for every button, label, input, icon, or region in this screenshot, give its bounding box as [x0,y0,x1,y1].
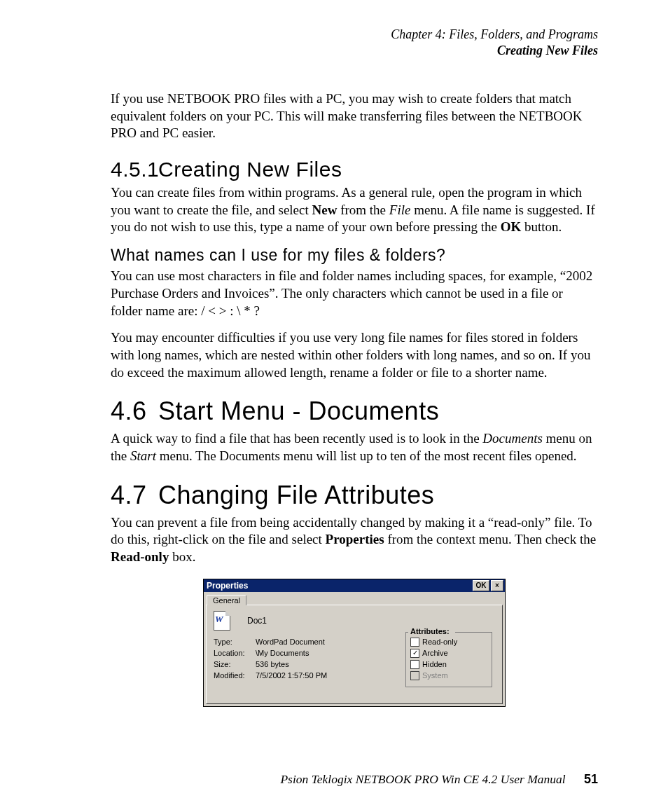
page-header: Chapter 4: Files, Folders, and Programs … [111,27,598,58]
checkbox-icon: ✓ [410,649,419,658]
properties-dialog: Properties OK × General W Doc1 Type:Word… [203,579,506,707]
checkbox-archive[interactable]: ✓Archive [410,649,487,658]
heading-4-7: 4.7Changing File Attributes [111,481,598,510]
heading-text: Creating New Files [158,158,342,181]
names-p1: You can use most characters in file and … [111,268,598,319]
heading-4-6: 4.6Start Menu - Documents [111,397,598,426]
heading-4-5-1: 4.5.1Creating New Files [111,158,598,181]
checkbox-system: System [410,671,487,680]
s47-paragraph: You can prevent a file from being accide… [111,514,598,566]
heading-names-question: What names can I use for my files & fold… [111,246,598,265]
checkbox-icon [410,671,419,680]
s46-paragraph: A quick way to find a file that has been… [111,430,598,465]
close-button[interactable]: × [491,580,503,591]
document-icon: W [214,611,230,631]
ok-button[interactable]: OK [473,580,489,591]
header-chapter: Chapter 4: Files, Folders, and Programs [111,27,598,43]
attributes-legend: Attributes: [409,627,451,635]
page-number: 51 [584,772,598,786]
header-section: Creating New Files [111,43,598,59]
checkbox-icon [410,660,419,669]
page-footer: Psion Teklogix NETBOOK PRO Win CE 4.2 Us… [280,772,598,787]
names-p2: You may encounter difficulties if you us… [111,329,598,381]
s451-paragraph: You can create files from within program… [111,184,598,236]
dialog-titlebar: Properties OK × [204,579,505,592]
footer-text: Psion Teklogix NETBOOK PRO Win CE 4.2 Us… [280,772,565,786]
checkbox-readonly[interactable]: Read-only [410,638,487,647]
dialog-title: Properties [207,579,473,592]
heading-number: 4.6 [111,397,158,426]
heading-text: Changing File Attributes [158,481,434,509]
heading-text: Start Menu - Documents [158,397,439,425]
attributes-group: Attributes: Read-only ✓Archive Hidden Sy… [405,632,492,687]
document-name: Doc1 [247,616,267,626]
checkbox-hidden[interactable]: Hidden [410,660,487,669]
checkbox-icon [410,638,419,647]
tab-panel: W Doc1 Type:WordPad Document Location:\M… [206,605,503,704]
heading-number: 4.7 [111,481,158,510]
intro-paragraph: If you use NETBOOK PRO files with a PC, … [111,90,598,142]
tab-general[interactable]: General [207,595,246,605]
heading-number: 4.5.1 [111,158,158,181]
